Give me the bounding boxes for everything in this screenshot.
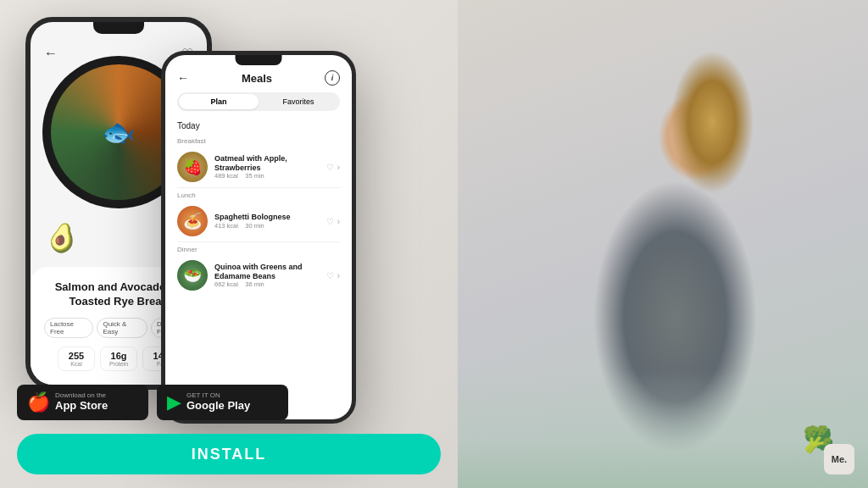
- quinoa-kcal: 662 kcal: [214, 280, 238, 288]
- background-photo: 🥦 Me.: [458, 0, 868, 488]
- right-section: 🥦 Me.: [458, 0, 868, 488]
- quinoa-actions: ♡ ›: [326, 271, 340, 280]
- info-icon[interactable]: i: [325, 70, 340, 86]
- phone-front-notch: [236, 55, 282, 65]
- quinoa-chevron[interactable]: ›: [337, 271, 340, 280]
- google-play-name: Google Play: [186, 399, 250, 413]
- spaghetti-image: 🍝: [177, 206, 208, 236]
- phone-notch: [93, 22, 144, 34]
- quinoa-time: 36 min: [245, 280, 264, 288]
- google-play-text: GET IT ON Google Play: [186, 392, 250, 413]
- app-store-text: Download on the App Store: [55, 392, 108, 413]
- stat-kcal: 255 Kcal: [58, 347, 95, 371]
- today-label: Today: [165, 118, 352, 134]
- app-store-name: App Store: [55, 399, 108, 413]
- back-arrow-icon[interactable]: ←: [44, 46, 58, 62]
- spaghetti-heart[interactable]: ♡: [326, 217, 334, 226]
- oatmeal-time: 35 min: [245, 172, 264, 180]
- spaghetti-chevron[interactable]: ›: [337, 217, 340, 226]
- store-buttons: 🍎 Download on the App Store ▶ GET IT ON …: [17, 385, 288, 420]
- spaghetti-kcal: 413 kcal: [214, 222, 238, 230]
- tag-quick: Quick & Easy: [97, 318, 147, 338]
- spaghetti-time: 30 min: [245, 222, 264, 230]
- app-store-button[interactable]: 🍎 Download on the App Store: [17, 385, 148, 420]
- meal-item-spaghetti[interactable]: 🍝 Spaghetti Bolognese 413 kcal 30 min ♡ …: [165, 201, 352, 241]
- app-store-sub: Download on the: [55, 392, 108, 399]
- oatmeal-image: 🍓: [177, 152, 208, 182]
- tag-lactose: Lactose Free: [44, 318, 93, 338]
- stat-protein: 16g Protein: [100, 347, 137, 371]
- lunch-label: Lunch: [165, 188, 352, 201]
- oatmeal-kcal: 489 kcal: [214, 172, 238, 180]
- woman-container: 🥦: [458, 0, 868, 488]
- me-badge[interactable]: Me.: [824, 444, 854, 474]
- google-play-button[interactable]: ▶ GET IT ON Google Play: [157, 385, 288, 420]
- install-button[interactable]: INSTALL: [17, 434, 441, 474]
- oatmeal-chevron[interactable]: ›: [337, 163, 340, 172]
- oatmeal-heart[interactable]: ♡: [326, 163, 334, 172]
- meals-back-arrow[interactable]: ←: [177, 71, 189, 85]
- tab-favorites[interactable]: Favorites: [259, 94, 338, 109]
- meals-title: Meals: [189, 72, 325, 85]
- quinoa-info: Quinoa with Greens and Edamame Beans 662…: [214, 263, 320, 289]
- spaghetti-info: Spaghetti Bolognese 413 kcal 30 min: [214, 213, 320, 230]
- tabs-row: Plan Favorites: [177, 92, 340, 111]
- quinoa-heart[interactable]: ♡: [326, 271, 334, 280]
- quinoa-image: 🥗: [177, 260, 208, 291]
- tab-plan[interactable]: Plan: [179, 94, 259, 109]
- meals-screen: ← Meals i Plan Favorites Today Breakfast…: [165, 55, 352, 419]
- meal-item-quinoa[interactable]: 🥗 Quinoa with Greens and Edamame Beans 6…: [165, 255, 352, 296]
- oatmeal-actions: ♡ ›: [326, 163, 340, 172]
- google-play-sub: GET IT ON: [186, 392, 250, 399]
- meal-item-oatmeal[interactable]: 🍓 Oatmeal with Apple, Strawberries 489 k…: [165, 147, 352, 187]
- apple-icon: 🍎: [27, 391, 50, 413]
- google-play-icon: ▶: [167, 391, 181, 413]
- phone-front: ← Meals i Plan Favorites Today Breakfast…: [161, 51, 356, 424]
- avocado-decoration: 🥑: [42, 219, 82, 258]
- breakfast-label: Breakfast: [165, 134, 352, 147]
- install-section: INSTALL: [0, 434, 458, 488]
- left-section: ← ♡ 🐟 🥑 Salmon and Avocado on Toasted Ry…: [0, 0, 458, 488]
- spaghetti-actions: ♡ ›: [326, 217, 340, 226]
- dinner-label: Dinner: [165, 242, 352, 255]
- oatmeal-info: Oatmeal with Apple, Strawberries 489 kca…: [214, 154, 320, 180]
